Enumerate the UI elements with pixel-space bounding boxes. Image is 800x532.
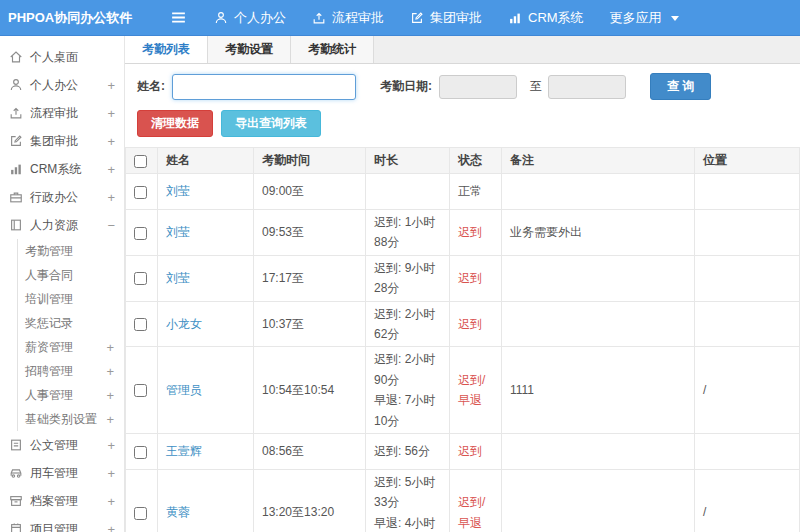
employee-name-link[interactable]: 黄蓉 xyxy=(166,505,190,519)
expand-plus-icon[interactable]: + xyxy=(107,106,115,121)
expand-plus-icon[interactable]: + xyxy=(107,190,115,205)
table-row: 小龙女10:37至迟到: 2小时62分迟到 xyxy=(126,301,800,347)
row-checkbox[interactable] xyxy=(134,507,147,520)
book-icon xyxy=(9,218,24,232)
cell-status: 迟到 xyxy=(450,255,502,301)
expand-plus-icon[interactable]: + xyxy=(107,494,115,509)
cell-location xyxy=(695,255,800,301)
column-header-status: 状态 xyxy=(450,148,502,174)
flow-icon xyxy=(312,11,326,25)
employee-name-link[interactable]: 王壹辉 xyxy=(166,444,202,458)
cell-status: 迟到/早退 xyxy=(450,347,502,434)
menu-icon[interactable] xyxy=(170,9,187,26)
date-from-input[interactable] xyxy=(439,75,517,99)
expand-plus-icon[interactable]: + xyxy=(107,162,115,177)
row-checkbox[interactable] xyxy=(134,227,147,240)
sidebar-subitem-label: 薪资管理 xyxy=(25,339,73,356)
expand-plus-icon[interactable]: + xyxy=(107,522,115,532)
sidebar-subitem-salary-management[interactable]: 薪资管理+ xyxy=(18,335,124,359)
expand-plus-icon[interactable]: + xyxy=(106,388,114,403)
cell-location xyxy=(695,433,800,469)
cell-attendance-time: 08:56至 xyxy=(254,433,366,469)
table-row: 王壹辉08:56至迟到: 56分迟到 xyxy=(126,433,800,469)
sidebar-item-crm-system[interactable]: CRM系统+ xyxy=(0,155,124,183)
sidebar-item-project-management[interactable]: 项目管理+ xyxy=(0,515,124,532)
topnav-item-label: CRM系统 xyxy=(528,9,584,27)
employee-name-link[interactable]: 小龙女 xyxy=(166,317,202,331)
row-checkbox[interactable] xyxy=(134,446,147,459)
sidebar-item-personal-desktop[interactable]: 个人桌面 xyxy=(0,43,124,71)
expand-plus-icon[interactable]: + xyxy=(107,466,115,481)
edit-icon xyxy=(9,134,24,148)
sidebar-subitem-recruitment-management[interactable]: 招聘管理+ xyxy=(18,359,124,383)
name-input[interactable] xyxy=(172,74,356,100)
sidebar-subitem-label: 招聘管理 xyxy=(25,363,73,380)
top-nav: 个人办公流程审批集团审批CRM系统更多应用 xyxy=(201,0,693,36)
tab-attendance-list[interactable]: 考勤列表 xyxy=(125,36,208,63)
topnav-item-personal-office[interactable]: 个人办公 xyxy=(201,0,299,36)
status-badge: 迟到 xyxy=(458,225,482,239)
sidebar-item-workflow-approval[interactable]: 流程审批+ xyxy=(0,99,124,127)
cell-name: 王壹辉 xyxy=(158,433,254,469)
clean-data-button[interactable]: 清理数据 xyxy=(137,110,213,137)
app-body: 个人桌面个人办公+流程审批+集团审批+CRM系统+行政办公+人力资源−考勤管理人… xyxy=(0,36,800,532)
sidebar-item-label: 流程审批 xyxy=(30,105,78,122)
cell-attendance-time: 10:37至 xyxy=(254,301,366,347)
cell-note xyxy=(502,301,695,347)
sidebar-subitem-personnel-contract[interactable]: 人事合同 xyxy=(18,263,124,287)
table-row: 刘莹17:17至迟到: 9小时28分迟到 xyxy=(126,255,800,301)
sidebar-subitem-label: 基础类别设置 xyxy=(25,411,97,428)
sidebar-subitem-personnel-management[interactable]: 人事管理+ xyxy=(18,383,124,407)
expand-plus-icon[interactable]: + xyxy=(106,364,114,379)
expand-plus-icon[interactable]: + xyxy=(106,340,114,355)
sidebar-subitem-base-category-settings[interactable]: 基础类别设置+ xyxy=(18,407,124,431)
status-badge: 迟到/早退 xyxy=(458,495,485,529)
row-checkbox[interactable] xyxy=(134,318,147,331)
row-checkbox[interactable] xyxy=(134,384,147,397)
cell-checkbox xyxy=(126,469,158,532)
sidebar-subitem-training-management[interactable]: 培训管理 xyxy=(18,287,124,311)
employee-name-link[interactable]: 刘莹 xyxy=(166,184,190,198)
sidebar-item-personal-office[interactable]: 个人办公+ xyxy=(0,71,124,99)
employee-name-link[interactable]: 刘莹 xyxy=(166,225,190,239)
cell-note: 1111 xyxy=(502,347,695,434)
expand-plus-icon[interactable]: + xyxy=(107,134,115,149)
select-all-checkbox[interactable] xyxy=(134,155,147,168)
cell-checkbox xyxy=(126,255,158,301)
expand-plus-icon[interactable]: + xyxy=(107,78,115,93)
tab-attendance-settings[interactable]: 考勤设置 xyxy=(208,36,291,63)
sidebar-item-label: 集团审批 xyxy=(30,133,78,150)
table-row: 黄蓉13:20至13:20迟到: 5小时33分早退: 4小时67分迟到/早退/ xyxy=(126,469,800,532)
export-list-button[interactable]: 导出查询列表 xyxy=(221,110,321,137)
table-header-row: 姓名考勤时间时长状态备注位置 xyxy=(126,148,800,174)
topnav-item-more-apps[interactable]: 更多应用 xyxy=(597,0,693,36)
date-to-label: 至 xyxy=(530,78,542,95)
sidebar-item-vehicle-management[interactable]: 用车管理+ xyxy=(0,459,124,487)
employee-name-link[interactable]: 刘莹 xyxy=(166,271,190,285)
sidebar-item-archive-management[interactable]: 档案管理+ xyxy=(0,487,124,515)
cell-attendance-time: 09:53至 xyxy=(254,210,366,256)
sidebar-item-human-resources[interactable]: 人力资源− xyxy=(0,211,124,239)
collapse-minus-icon[interactable]: − xyxy=(107,218,115,233)
table-row: 管理员10:54至10:54迟到: 2小时90分早退: 7小时10分迟到/早退1… xyxy=(126,347,800,434)
row-checkbox[interactable] xyxy=(134,186,147,199)
cell-attendance-time: 17:17至 xyxy=(254,255,366,301)
sidebar-item-admin-office[interactable]: 行政办公+ xyxy=(0,183,124,211)
expand-plus-icon[interactable]: + xyxy=(107,438,115,453)
expand-plus-icon[interactable]: + xyxy=(106,412,114,427)
tab-attendance-statistics[interactable]: 考勤统计 xyxy=(291,36,374,63)
sidebar-item-group-approval[interactable]: 集团审批+ xyxy=(0,127,124,155)
row-checkbox[interactable] xyxy=(134,272,147,285)
main-content: 考勤列表考勤设置考勤统计 姓名: 考勤日期: 至 查 询 清理数据 导出查询列表… xyxy=(125,36,800,532)
date-to-input[interactable] xyxy=(548,75,626,99)
search-button[interactable]: 查 询 xyxy=(650,73,711,100)
sidebar-item-document-management[interactable]: 公文管理+ xyxy=(0,431,124,459)
employee-name-link[interactable]: 管理员 xyxy=(166,383,202,397)
sidebar-item-label: CRM系统 xyxy=(30,161,81,178)
topnav-item-group-approval[interactable]: 集团审批 xyxy=(397,0,495,36)
cell-note xyxy=(502,255,695,301)
topnav-item-workflow-approval[interactable]: 流程审批 xyxy=(299,0,397,36)
sidebar-subitem-attendance-management[interactable]: 考勤管理 xyxy=(18,239,124,263)
topnav-item-crm-system[interactable]: CRM系统 xyxy=(495,0,597,36)
sidebar-subitem-reward-punishment[interactable]: 奖惩记录 xyxy=(18,311,124,335)
